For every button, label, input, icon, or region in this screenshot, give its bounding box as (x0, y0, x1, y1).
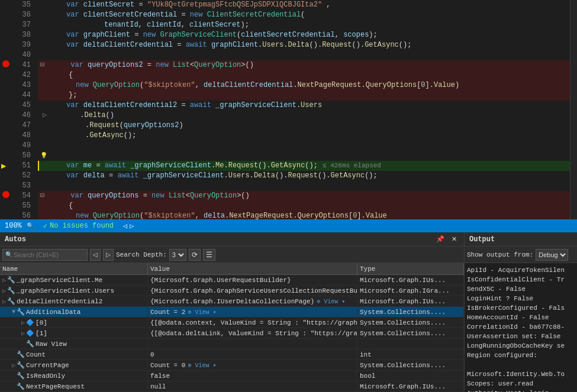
nav-forward-button[interactable]: ▷ (103, 249, 114, 261)
code-line-53 (38, 181, 570, 191)
autos-close-button[interactable]: ✕ (449, 235, 459, 243)
depth-select[interactable]: 1 2 3 4 5 (169, 249, 186, 261)
row-type: System.Collections.... (357, 360, 464, 370)
row-type: Microsoft.Graph.IUs... (357, 275, 464, 285)
view-link[interactable]: ⊕ View ▾ (188, 309, 216, 316)
filter-button[interactable]: ☰ (203, 249, 215, 261)
table-row-currentpage[interactable]: ▷ 🔧 CurrentPage Count = 0 ⊕ View ▾ Syste… (0, 360, 464, 371)
row-name-currentpage: ▷ 🔧 CurrentPage (0, 360, 148, 370)
search-input[interactable] (14, 251, 85, 258)
output-line: Scopes: user.read (467, 379, 575, 388)
code-line-41: ⊟ var queryOptions2 = new List<QueryOpti… (38, 60, 570, 70)
row-name-text: _graphServiceClient.Users (17, 287, 114, 294)
output-line: HomeAccountId - False (467, 313, 575, 322)
wrench-icon: 🔧 (7, 276, 15, 284)
col-name: Name (0, 263, 148, 274)
row-type: int (357, 349, 464, 359)
code-line-51: var me = await _graphServiceClient.Me.Re… (38, 161, 570, 171)
output-line: LoginHint ? False (467, 294, 575, 303)
row-name-text: _graphServiceClient.Me (17, 277, 102, 284)
expand-icon (12, 383, 15, 390)
output-line: UserAssertion set: False (467, 332, 575, 341)
expand-icon[interactable]: ▷ (2, 298, 6, 305)
autos-panel-controls: 📌 ✕ (434, 235, 459, 243)
row-value: Count = 2 ⊕ View ▾ (148, 307, 357, 317)
code-line-38: var graphClient = new GraphServiceClient… (38, 30, 570, 40)
autos-pin-button[interactable]: 📌 (434, 235, 447, 243)
table-row-count[interactable]: 🔧 Count 0 int (0, 349, 464, 360)
table-row-isreadonly[interactable]: 🔧 IsReadOnly false bool (0, 371, 464, 381)
wrench-icon: 🔧 (17, 351, 25, 358)
row-name-text: CurrentPage (26, 362, 69, 369)
row-value (148, 339, 357, 349)
main-container: ▶ 35 36 37 38 39 40 41 42 43 44 45 46 47… (0, 0, 577, 392)
nav-back-button[interactable]: ◁ (90, 249, 101, 261)
row-value: {Microsoft.Graph.GraphServiceUsersCollec… (148, 286, 357, 296)
editor-scrollbar[interactable] (570, 0, 577, 219)
output-line: SendX5C - False (467, 284, 575, 294)
expand-icon[interactable]: ▷ (12, 362, 15, 369)
expand-icon[interactable]: ▷ (2, 287, 6, 294)
row-name-count: 🔧 Count (0, 349, 148, 359)
expand-icon[interactable]: ▷ (21, 319, 25, 326)
expand-icon[interactable]: ▷ (21, 330, 25, 337)
row-value: null (148, 381, 357, 391)
autos-title-bar: Autos 📌 ✕ (0, 232, 464, 247)
code-line-54: ⊟ var queryOptions = new List<QueryOptio… (38, 191, 570, 201)
expand-icon[interactable]: ▼ (12, 309, 15, 315)
code-line-46: ▷ .Delta() (38, 111, 570, 121)
table-header: Name Value Type (0, 263, 464, 275)
line-numbers: 35 36 37 38 39 40 41 42 43 44 45 46 47 4… (12, 0, 36, 219)
output-panel: Output Show output from: Debug ApiId - A… (465, 232, 577, 392)
expand-icon (12, 351, 15, 358)
nav-forward-arrow[interactable]: ▷ (130, 222, 134, 231)
row-name-text: [0] (36, 319, 47, 326)
table-body: ▷ 🔧 _graphServiceClient.Me {Microsoft.Gr… (0, 275, 464, 392)
output-line: IsBrokerConfigured - Fals (467, 303, 575, 313)
row-type: System.Collections.... (357, 328, 464, 338)
output-content[interactable]: ApiId - AcquireTokenSilen IsConfidential… (465, 263, 577, 392)
output-source-select[interactable]: Debug (536, 249, 568, 261)
prop-icon: 🔷 (26, 319, 34, 326)
code-line-35: var clientSecret = "YUk8Q=tGretpmagSFtcb… (38, 0, 570, 10)
table-row[interactable]: ▷ 🔧 _graphServiceClient.Users {Microsoft… (0, 286, 464, 296)
wrench-icon: 🔧 (7, 297, 15, 305)
autos-table: Name Value Type ▷ 🔧 _graphServiceClient.… (0, 263, 464, 392)
table-row[interactable]: ▷ 🔧 _graphServiceClient.Me {Microsoft.Gr… (0, 275, 464, 286)
code-content[interactable]: var clientSecret = "YUk8Q=tGretpmagSFtcb… (36, 0, 570, 219)
view-link[interactable]: ⊕ View ▾ (317, 298, 345, 305)
elapsed-time: ≤ 426ms elapsed (323, 161, 381, 171)
table-row[interactable]: ▷ 🔧 deltaClientCredential2 {Microsoft.Gr… (0, 296, 464, 307)
expand-icon[interactable]: ▷ (2, 277, 6, 284)
nav-arrows: ◁ ▷ (123, 222, 134, 231)
current-execution-arrow: ▶ (1, 161, 6, 171)
row-name-graphclient-users: ▷ 🔧 _graphServiceClient.Users (0, 286, 148, 296)
output-line: IsConfidentialClient - Tr (467, 275, 575, 284)
table-row-0[interactable]: ▷ 🔷 [0] {[@odata.context, ValueKind = St… (0, 318, 464, 328)
code-line-52: var delta = await _graphServiceClient.Us… (38, 171, 570, 181)
code-line-40 (38, 50, 570, 60)
row-name-text: deltaClientCredential2 (17, 298, 102, 305)
search-box: 🔍 (2, 249, 88, 261)
code-line-39: var deltaClientCredential = await graphC… (38, 40, 570, 50)
table-row-1[interactable]: ▷ 🔷 [1] {[@odata.deltaLink, ValueKind = … (0, 328, 464, 339)
code-line-44: }; (38, 90, 570, 101)
table-row-additional-data[interactable]: ▼ 🔧 AdditionalData Count = 2 ⊕ View ▾ Sy… (0, 307, 464, 318)
check-icon: ✓ (43, 222, 47, 231)
row-value: 0 (148, 349, 357, 359)
output-toolbar: Show output from: Debug (465, 247, 577, 263)
autos-title: Autos (5, 235, 26, 244)
depth-label: Search Depth: (116, 251, 167, 258)
prop-icon: 🔷 (26, 329, 34, 337)
wrench-icon: 🔧 (26, 340, 34, 348)
table-row-nextpagerequest[interactable]: 🔧 NextPageRequest null Microsoft.Graph.I… (0, 381, 464, 392)
expand-icon[interactable] (21, 341, 25, 347)
refresh-button[interactable]: ⟳ (189, 249, 201, 261)
code-line-47: .Request(queryOptions2) (38, 121, 570, 131)
view-link[interactable]: ⊕ View ▾ (188, 362, 216, 369)
table-row-rawview[interactable]: 🔧 Raw View (0, 339, 464, 349)
row-name-rawview: 🔧 Raw View (0, 339, 148, 349)
row-type: System.Collections.... (357, 318, 464, 328)
nav-back-arrow[interactable]: ◁ (123, 222, 127, 231)
code-line-50: 💡 (38, 151, 570, 161)
